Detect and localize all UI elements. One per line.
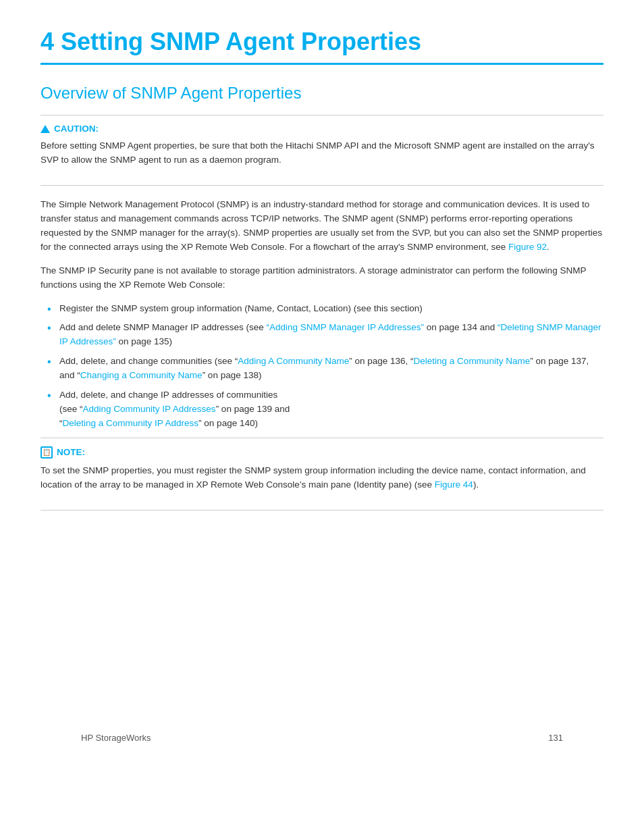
figure44-link[interactable]: Figure 44 <box>435 479 473 490</box>
note-box: 📋 NOTE: To set the SNMP properties, you … <box>41 438 603 511</box>
section-title: Overview of SNMP Agent Properties <box>41 84 603 103</box>
caution-label: CAUTION: <box>41 124 603 134</box>
caution-body: Before setting SNMP Agent properties, be… <box>41 139 603 167</box>
figure92-link[interactable]: Figure 92 <box>508 242 547 252</box>
note-label: 📋 NOTE: <box>41 446 603 459</box>
bullet-list: Register the SNMP system group informati… <box>41 302 603 431</box>
list-item: Add, delete, and change communities (see… <box>47 355 603 383</box>
caution-triangle-icon <box>41 125 50 133</box>
note-text-label: NOTE: <box>57 447 85 457</box>
note-icon: 📋 <box>41 446 53 459</box>
caution-text-label: CAUTION: <box>54 124 99 134</box>
bullet-item-4: Add, delete, and change IP addresses of … <box>59 390 290 428</box>
deleting-community-ip-link[interactable]: Deleting a Community IP Address <box>63 418 199 428</box>
adding-community-name-link[interactable]: Adding A Community Name <box>238 356 349 366</box>
footer-page-number: 131 <box>548 733 563 743</box>
paragraph2: The SNMP IP Security pane is not availab… <box>41 264 603 292</box>
bullet-item-2: Add and delete SNMP Manager IP addresses… <box>59 322 601 346</box>
content-area: 4 Setting SNMP Agent Properties Overview… <box>41 27 603 770</box>
note-body: To set the SNMP properties, you must reg… <box>41 464 603 492</box>
list-item: Register the SNMP system group informati… <box>47 302 603 316</box>
caution-box: CAUTION: Before setting SNMP Agent prope… <box>41 115 603 186</box>
page-title: 4 Setting SNMP Agent Properties <box>41 27 603 65</box>
adding-community-ip-link[interactable]: Adding Community IP Addresses <box>83 404 216 414</box>
list-item: Add and delete SNMP Manager IP addresses… <box>47 321 603 349</box>
footer-brand: HP StorageWorks <box>81 733 151 743</box>
paragraph1: The Simple Network Management Protocol (… <box>41 198 603 255</box>
bullet-item-1: Register the SNMP system group informati… <box>59 303 423 313</box>
footer: HP StorageWorks 131 <box>81 733 563 743</box>
list-item: Add, delete, and change IP addresses of … <box>47 388 603 431</box>
deleting-community-name-link[interactable]: Deleting a Community Name <box>414 356 531 366</box>
bullet-item-3: Add, delete, and change communities (see… <box>59 356 589 380</box>
changing-community-name-link[interactable]: Changing a Community Name <box>80 370 203 380</box>
adding-snmp-manager-link[interactable]: “Adding SNMP Manager IP Addresses” <box>266 322 424 332</box>
